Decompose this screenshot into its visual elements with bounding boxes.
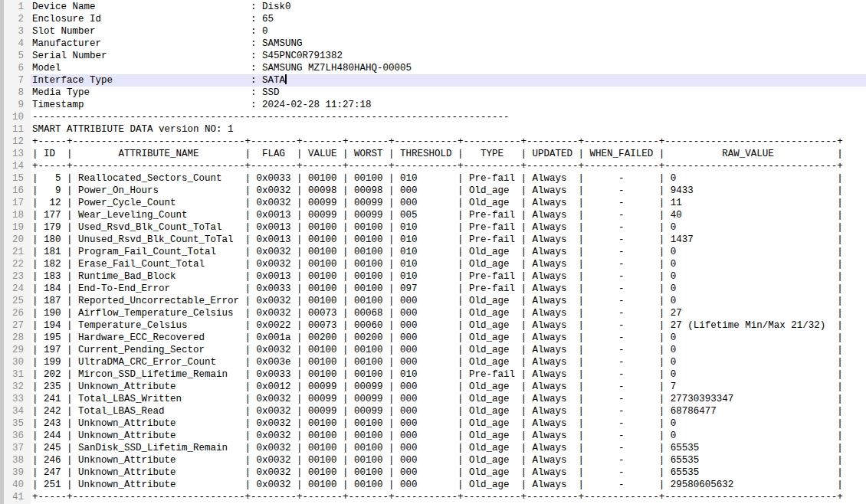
code-line[interactable]: ----------------------------------------… xyxy=(31,111,866,123)
line-text: | ID | ATTRIBUTE_NAME | FLAG | VALUE | W… xyxy=(32,149,843,159)
line-number[interactable]: 14 xyxy=(4,160,31,172)
line-number[interactable]: 8 xyxy=(4,87,31,99)
line-text: | 242 | Total_LBAS_Read | 0x0032 | 00099… xyxy=(32,406,843,417)
code-line[interactable]: | 182 | Erase_Fail_Count_Total | 0x0032 … xyxy=(31,258,866,270)
line-number[interactable]: 7 xyxy=(4,74,31,87)
line-number[interactable]: 16 xyxy=(4,185,31,197)
code-line[interactable]: | 241 | Total_LBAS_Written | 0x0032 | 00… xyxy=(31,393,866,405)
line-text: | 247 | Unknown_Attribute | 0x0032 | 001… xyxy=(32,467,843,478)
line-text: | 183 | Runtime_Bad_Block | 0x0013 | 001… xyxy=(32,271,843,282)
line-number[interactable]: 24 xyxy=(4,283,31,295)
line-number[interactable]: 21 xyxy=(4,246,31,258)
current-line[interactable]: Interface Type : SATA xyxy=(31,74,866,87)
line-number[interactable]: 26 xyxy=(4,307,31,319)
code-line[interactable]: Enclosure Id : 65 xyxy=(31,13,866,25)
code-line[interactable]: Timestamp : 2024-02-28 11:27:18 xyxy=(31,99,866,111)
code-line[interactable]: | 246 | Unknown_Attribute | 0x0032 | 001… xyxy=(31,454,866,466)
line-number[interactable]: 41 xyxy=(4,491,31,503)
line-number[interactable]: 3 xyxy=(4,25,31,38)
line-number[interactable]: 30 xyxy=(4,356,31,368)
line-text: | 197 | Current_Pending_Sector | 0x0032 … xyxy=(32,345,843,355)
code-line[interactable]: | 251 | Unknown_Attribute | 0x0032 | 001… xyxy=(31,479,866,491)
line-number[interactable]: 35 xyxy=(4,417,31,430)
code-line[interactable]: | 9 | Power_On_Hours | 0x0032 | 00098 | … xyxy=(31,185,866,197)
code-line[interactable]: Media Type : SSD xyxy=(31,87,866,99)
code-line[interactable]: | 184 | End-To-End_Error | 0x0033 | 0010… xyxy=(31,283,866,295)
code-line[interactable]: | 5 | Reallocated_Sectors_Count | 0x0033… xyxy=(31,172,866,185)
code-line[interactable]: | 235 | Unknown_Attribute | 0x0012 | 000… xyxy=(31,381,866,393)
line-text: Manufacturer : SAMSUNG xyxy=(32,38,303,49)
line-text: | 251 | Unknown_Attribute | 0x0032 | 001… xyxy=(32,479,843,490)
line-text: +-----+------------------------------+--… xyxy=(32,161,843,172)
line-number[interactable]: 22 xyxy=(4,258,31,270)
line-text: | 194 | Temperature_Celsius | 0x0022 | 0… xyxy=(32,320,843,331)
line-number[interactable]: 5 xyxy=(4,50,31,62)
code-line[interactable]: Model : SAMSUNG MZ7LH480HAHQ-00005 xyxy=(31,62,866,74)
code-line[interactable]: Serial Number : S45PNC0R791382 xyxy=(31,50,866,62)
code-line[interactable]: | 180 | Unused_Rsvd_Blk_Count_ToTal | 0x… xyxy=(31,234,866,246)
line-text: | 190 | Airflow_Temperature_Celsius | 0x… xyxy=(32,308,843,319)
code-line[interactable]: | 177 | Wear_Leveling_Count | 0x0013 | 0… xyxy=(31,209,866,221)
line-number[interactable]: 20 xyxy=(4,234,31,246)
code-line[interactable]: | 242 | Total_LBAS_Read | 0x0032 | 00099… xyxy=(31,405,866,417)
line-number[interactable]: 12 xyxy=(4,136,31,148)
code-line[interactable]: +-----+------------------------------+--… xyxy=(31,491,866,503)
line-number[interactable]: 34 xyxy=(4,405,31,417)
code-line[interactable]: Device Name : Disk0 xyxy=(31,1,866,13)
line-number[interactable]: 1 xyxy=(4,1,31,13)
code-line[interactable]: | 187 | Reported_Uncorrectable_Error | 0… xyxy=(31,295,866,307)
line-number[interactable]: 13 xyxy=(4,148,31,160)
line-number[interactable]: 17 xyxy=(4,197,31,209)
code-line[interactable]: | 12 | Power_Cycle_Count | 0x0032 | 0009… xyxy=(31,197,866,209)
line-text: | 179 | Used_Rsvd_Blk_Count_ToTal | 0x00… xyxy=(32,222,843,233)
line-text: | 246 | Unknown_Attribute | 0x0032 | 001… xyxy=(32,455,843,466)
code-line[interactable]: | 202 | Mircon_SSD_Lifetime_Remain | 0x0… xyxy=(31,368,866,381)
line-number[interactable]: 37 xyxy=(4,442,31,454)
code-line[interactable]: +-----+------------------------------+--… xyxy=(31,136,866,148)
code-line[interactable]: SMART ATTRIBIUTE DATA version NO: 1 xyxy=(31,123,866,136)
editor-content[interactable]: Device Name : Disk0Enclosure Id : 65Slot… xyxy=(31,0,866,504)
line-number[interactable]: 33 xyxy=(4,393,31,405)
line-number[interactable]: 11 xyxy=(4,123,31,136)
line-number[interactable]: 9 xyxy=(4,99,31,111)
line-number[interactable]: 23 xyxy=(4,270,31,283)
code-line[interactable]: | 243 | Unknown_Attribute | 0x0032 | 001… xyxy=(31,417,866,430)
code-line[interactable]: | 181 | Program_Fail_Count_Total | 0x003… xyxy=(31,246,866,258)
code-line[interactable]: | 194 | Temperature_Celsius | 0x0022 | 0… xyxy=(31,319,866,332)
line-number[interactable]: 2 xyxy=(4,13,31,25)
code-line[interactable]: | 244 | Unknown_Attribute | 0x0032 | 001… xyxy=(31,430,866,442)
line-number[interactable]: 32 xyxy=(4,381,31,393)
line-text: +-----+------------------------------+--… xyxy=(32,492,843,502)
line-number[interactable]: 36 xyxy=(4,430,31,442)
line-text: | 177 | Wear_Leveling_Count | 0x0013 | 0… xyxy=(32,210,843,221)
line-number[interactable]: 29 xyxy=(4,344,31,356)
code-line[interactable]: | 190 | Airflow_Temperature_Celsius | 0x… xyxy=(31,307,866,319)
text-editor[interactable]: 1234567891011121314151617181920212223242… xyxy=(0,0,866,504)
line-number[interactable]: 38 xyxy=(4,454,31,466)
code-line[interactable]: | ID | ATTRIBUTE_NAME | FLAG | VALUE | W… xyxy=(31,148,866,160)
line-number[interactable]: 31 xyxy=(4,368,31,381)
code-line[interactable]: Manufacturer : SAMSUNG xyxy=(31,38,866,50)
line-number[interactable]: 25 xyxy=(4,295,31,307)
line-number[interactable]: 10 xyxy=(4,111,31,123)
code-line[interactable]: | 247 | Unknown_Attribute | 0x0032 | 001… xyxy=(31,466,866,479)
line-number[interactable]: 15 xyxy=(4,172,31,185)
line-number[interactable]: 6 xyxy=(4,62,31,74)
line-text: Enclosure Id : 65 xyxy=(32,14,274,25)
line-number[interactable]: 18 xyxy=(4,209,31,221)
code-line[interactable]: | 179 | Used_Rsvd_Blk_Count_ToTal | 0x00… xyxy=(31,221,866,234)
code-line[interactable]: Slot Number : 0 xyxy=(31,25,866,38)
line-number-gutter[interactable]: 1234567891011121314151617181920212223242… xyxy=(0,0,31,504)
line-number[interactable]: 4 xyxy=(4,38,31,50)
code-line[interactable]: | 199 | UltraDMA_CRC_Error_Count | 0x003… xyxy=(31,356,866,368)
code-line[interactable]: | 195 | Hardware_ECC_Recovered | 0x001a … xyxy=(31,332,866,344)
code-line[interactable]: | 183 | Runtime_Bad_Block | 0x0013 | 001… xyxy=(31,270,866,283)
code-line[interactable]: | 245 | SanDisk_SSD_Lifetim_Remain | 0x0… xyxy=(31,442,866,454)
code-line[interactable]: +-----+------------------------------+--… xyxy=(31,160,866,172)
line-number[interactable]: 39 xyxy=(4,466,31,479)
line-number[interactable]: 40 xyxy=(4,479,31,491)
line-number[interactable]: 28 xyxy=(4,332,31,344)
line-number[interactable]: 19 xyxy=(4,221,31,234)
code-line[interactable]: | 197 | Current_Pending_Sector | 0x0032 … xyxy=(31,344,866,356)
line-number[interactable]: 27 xyxy=(4,319,31,332)
